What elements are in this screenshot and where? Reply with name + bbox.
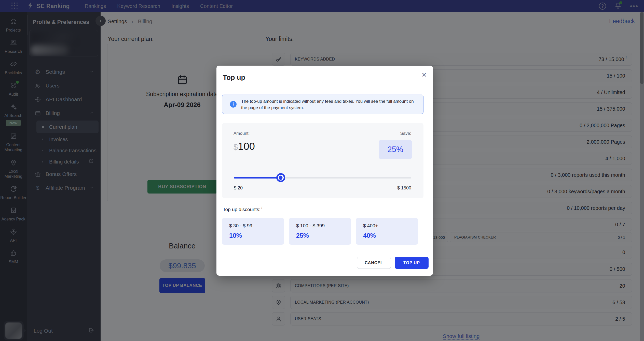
discount-percent: 40% (363, 232, 376, 239)
top-up-button[interactable]: TOP UP (395, 257, 429, 269)
discount-card: $ 30 - $ 9910% (222, 218, 284, 245)
discount-percent: 10% (229, 232, 242, 239)
currency-symbol: $ (234, 143, 238, 152)
amount-field[interactable]: $100 (234, 141, 255, 152)
info-banner: i The top-up amount is indicated without… (222, 95, 423, 114)
discounts-info-sup: i (261, 206, 262, 210)
close-icon[interactable]: ✕ (421, 72, 427, 78)
top-up-modal: Top up ✕ i The top-up amount is indicate… (216, 66, 433, 276)
slider-thumb[interactable] (276, 173, 285, 182)
slider-max-label: $ 1500 (397, 185, 411, 191)
discount-range: $ 100 - $ 399 (296, 223, 325, 229)
discount-card: $ 400+40% (356, 218, 418, 245)
modal-title: Top up (223, 74, 245, 82)
info-text: The top-up amount is indicated without a… (241, 98, 414, 111)
amount-label: Amount: (234, 131, 250, 136)
amount-panel: Amount: Save: $100 25% $ 20 $ 1500 (222, 123, 423, 198)
save-label: Save: (400, 131, 411, 136)
slider-fill (234, 177, 281, 179)
slider-min-label: $ 20 (234, 185, 243, 191)
discounts-label: Top up discounts:i (223, 207, 262, 212)
info-icon: i (230, 101, 237, 108)
discount-range: $ 30 - $ 99 (229, 223, 252, 229)
discount-percent: 25% (296, 232, 309, 239)
amount-value: 100 (238, 141, 255, 152)
amount-slider[interactable] (234, 174, 411, 181)
cancel-button[interactable]: CANCEL (357, 257, 391, 269)
discount-range: $ 400+ (363, 223, 378, 229)
save-badge: 25% (379, 140, 412, 159)
discount-card: $ 100 - $ 39925% (289, 218, 351, 245)
